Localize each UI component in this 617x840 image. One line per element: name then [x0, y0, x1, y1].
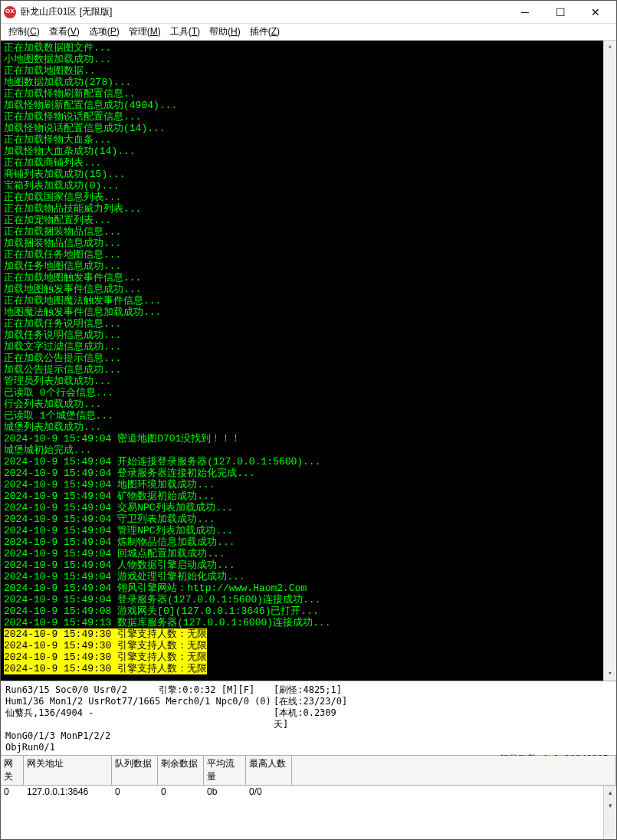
log-line: 正在加载怪物说话配置信息... [4, 111, 613, 123]
log-line: 加载任务说明信息成功... [4, 330, 613, 341]
log-line: 正在加载物品技能威力列表... [4, 203, 613, 215]
gateway-table-header: 网关网关地址队列数据剩余数据平均流量最高人数 [1, 755, 616, 786]
log-line: 加载地图触发事件信息成功... [4, 284, 613, 295]
log-line: 加载怪物刷新配置信息成功(4904)... [4, 100, 613, 111]
menu-m[interactable]: 管理(M) [124, 24, 166, 40]
log-line: 正在加载公告提示信息... [4, 353, 613, 364]
log-line: 正在加载地图魔法触发事件信息... [4, 295, 613, 307]
scroll-up-icon[interactable]: ▴ [604, 786, 616, 799]
log-line: 正在加载商铺列表... [4, 157, 613, 169]
log-line: 正在加载任务说明信息... [4, 318, 613, 330]
log-line: 2024-10-9 15:49:04 矿物数据初始成功... [4, 491, 613, 502]
log-line: 2024-10-9 15:49:04 管理NPC列表加载成功... [4, 525, 613, 536]
col-header[interactable]: 最高人数 [246, 756, 292, 785]
log-line: 商铺列表加载成功(15)... [4, 169, 613, 180]
log-line: 加载公告提示信息成功... [4, 364, 613, 376]
menubar: 控制(C)查看(V)选项(P)管理(M)工具(T)帮助(H)插件(Z) [1, 24, 616, 41]
table-cell: 0 [158, 786, 204, 798]
log-line: 正在加载怪物刷新配置信息.. [4, 88, 613, 100]
table-row[interactable]: 0127.0.0.1:3646000b0/0 [1, 786, 616, 798]
menu-v[interactable]: 查看(V) [44, 24, 84, 40]
log-line: 正在加载国家信息列表... [4, 192, 613, 203]
scroll-down-icon[interactable]: ▾ [604, 668, 616, 681]
log-line: 2024-10-9 15:49:04 地图环境加载成功... [4, 479, 613, 491]
console-scrollbar[interactable]: ▴ ▾ [603, 41, 616, 681]
log-line: 已读取 1个城堡信息... [4, 410, 613, 422]
table-cell: 0b [204, 786, 246, 798]
log-line: 2024-10-9 15:49:04 守卫列表加载成功... [4, 514, 613, 525]
status-item: 仙蘩兵,136/4904 - [5, 707, 274, 730]
col-header[interactable]: 网关地址 [24, 756, 112, 785]
log-line: 小地图数据加载成功... [4, 54, 613, 65]
log-line: 地图数据加载成功(278)... [4, 77, 613, 88]
menu-h[interactable]: 帮助(H) [205, 24, 245, 40]
minimize-button[interactable]: ─ [507, 1, 543, 24]
log-line: 正在加载数据图文件... [4, 42, 613, 54]
table-cell: 0 [112, 786, 158, 798]
scroll-up-icon[interactable]: ▴ [604, 41, 616, 54]
console-log: 正在加载数据图文件...小地图数据加载成功...正在加载地图数据..地图数据加载… [1, 41, 616, 681]
log-line: 宝箱列表加载成功(0)... [4, 180, 613, 192]
log-line: 2024-10-9 15:49:08 游戏网关[0](127.0.0.1:364… [4, 605, 613, 617]
table-cell: 0 [1, 786, 24, 798]
status-panel: Run63/15 Soc0/0 Usr0/2 引擎:0:0:32 [M][F] … [1, 681, 616, 755]
app-icon [4, 6, 16, 18]
log-line: 加载文字过滤信息成功... [4, 341, 613, 353]
window-title: 卧龙山庄01区 [无限版] [21, 5, 507, 18]
menu-t[interactable]: 工具(T) [166, 24, 205, 40]
log-line: 2024-10-9 15:49:13 数据库服务器(127.0.0.1:6000… [4, 617, 613, 628]
gateway-table-body: 0127.0.0.1:3646000b0/0 ▴ ▾ [1, 786, 616, 839]
status-hum: Hum1/36 Mon1/2 UsrRot77/1665 Merch0/1 Np… [5, 696, 274, 707]
status-monster: [刷怪:4825;1] [274, 684, 350, 696]
col-header[interactable]: 队列数据 [112, 756, 158, 785]
status-run: Run63/15 Soc0/0 Usr0/2 [5, 684, 159, 696]
col-header[interactable]: 网关 [1, 756, 24, 785]
menu-z[interactable]: 插件(Z) [245, 24, 284, 40]
table-cell: 127.0.0.1:3646 [24, 786, 112, 798]
log-line: 正在加载地图触发事件信息... [4, 272, 613, 284]
log-line: 2024-10-9 15:49:04 登录服务器(127.0.0.1:5600)… [4, 594, 613, 605]
log-line: 正在加宠物配置列表... [4, 215, 613, 226]
log-line: 2024-10-9 15:49:04 交易NPC列表加载成功... [4, 502, 613, 514]
status-mong: MonG0/1/3 MonP1/2/2 ObjRun0/1 [5, 730, 159, 753]
log-line: 正在加载地图数据.. [4, 65, 613, 77]
log-line: 管理员列表加载成功... [4, 376, 613, 387]
table-cell: 0/0 [246, 786, 292, 798]
log-line: 加载任务地图信息成功... [4, 261, 613, 272]
log-line: 2024-10-9 15:49:04 开始连接登录服务器(127.0.0.1:5… [4, 456, 613, 468]
log-line: 2024-10-9 15:49:30 引擎支持人数：无限 [4, 651, 613, 663]
log-line: 2024-10-9 15:49:30 引擎支持人数：无限 [4, 663, 613, 674]
close-button[interactable]: ✕ [578, 1, 613, 24]
log-line: 正在加载怪物大血条... [4, 134, 613, 146]
log-line: 2024-10-9 15:49:04 回城点配置加载成功... [4, 548, 613, 559]
log-line: 2024-10-9 15:49:04 人物数据引擎启动成功... [4, 559, 613, 571]
log-line: 已读取 0个行会信息... [4, 387, 613, 399]
log-line: 2024-10-9 15:49:04 密道地图D701没找到！！！ [4, 433, 613, 445]
col-header[interactable]: 剩余数据 [158, 756, 204, 785]
status-online: [在线:23/23/0] [274, 696, 350, 707]
log-line: 2024-10-9 15:49:04 游戏处理引擎初始化成功... [4, 571, 613, 582]
menu-c[interactable]: 控制(C) [4, 24, 44, 40]
log-line: 加载怪物说话配置信息成功(14)... [4, 123, 613, 134]
col-header[interactable]: 平均流量 [204, 756, 246, 785]
log-line: 正在加载捆装物品信息... [4, 226, 613, 238]
log-line: 加载捆装物品信息成功... [4, 238, 613, 249]
log-line: 地图魔法触发事件信息加载成功... [4, 307, 613, 318]
log-line: 2024-10-9 15:49:04 炼制物品信息加载成功... [4, 536, 613, 548]
scroll-down-icon[interactable]: ▾ [604, 799, 616, 812]
table-scrollbar[interactable]: ▴ ▾ [603, 786, 616, 839]
maximize-button[interactable]: ☐ [543, 1, 578, 24]
log-line: 2024-10-9 15:49:30 引擎支持人数：无限 [4, 640, 613, 651]
log-line: 2024-10-9 15:49:30 引擎支持人数：无限 [4, 628, 613, 640]
log-line: 加载怪物大血条成功(14)... [4, 146, 613, 157]
log-line: 正在加载任务地图信息... [4, 249, 613, 261]
log-line: 城堡城初始完成... [4, 445, 613, 456]
log-line: 行会列表加载成功... [4, 399, 613, 410]
log-line: 城堡列表加载成功... [4, 422, 613, 433]
status-localtime: [本机:0.2309天] [274, 707, 350, 730]
log-line: 2024-10-9 15:49:04 登录服务器连接初始化完成... [4, 468, 613, 479]
status-engine-time: 引擎:0:0:32 [M][F] [159, 684, 274, 696]
menu-p[interactable]: 选项(P) [84, 24, 124, 40]
titlebar: 卧龙山庄01区 [无限版] ─ ☐ ✕ [1, 1, 616, 24]
log-line: 2024-10-9 15:49:04 翎风引擎网站：http://www.Hao… [4, 582, 613, 594]
